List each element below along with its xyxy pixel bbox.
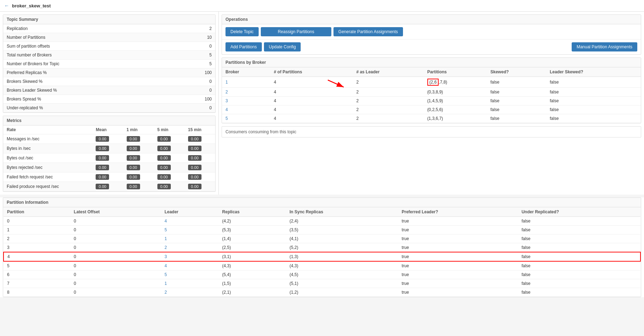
partition-latest-offset: 0: [70, 261, 161, 270]
topic-summary-header: Topic Summary: [3, 15, 215, 24]
partition-leader: 1: [161, 279, 218, 288]
broker-col-leader-skewed: Leader Skewed?: [546, 67, 641, 77]
partition-replicas: (4,3): [219, 261, 286, 270]
metric-15min: 0.00: [185, 163, 215, 172]
metrics-col-5min: 5 min: [154, 126, 185, 134]
partition-col-leader: Leader: [161, 207, 218, 217]
partition-col-replicas: Replicas: [219, 207, 286, 217]
partition-latest-offset: 0: [70, 217, 161, 226]
partition-table: Partition Latest Offset Leader Replicas …: [3, 207, 641, 297]
metric-5min: 0.00: [154, 163, 185, 172]
operations-buttons-row1: Delete Topic Reassign Partitions Generat…: [222, 24, 641, 39]
partition-replicas: (3,1): [219, 252, 286, 261]
partition-row: 4 0 3 (3,1) (1,3) true false: [4, 252, 640, 261]
partition-leader: 5: [161, 270, 218, 279]
back-button[interactable]: ←: [4, 3, 9, 8]
partition-leader-link[interactable]: 5: [164, 227, 167, 232]
partition-in-sync: (4,5): [286, 270, 398, 279]
partition-in-sync: (4,1): [286, 234, 398, 243]
partition-num: 1: [4, 226, 70, 234]
partition-leader-link[interactable]: 1: [164, 236, 167, 241]
top-bar: ← broker_skew_test: [0, 0, 644, 12]
metric-5min: 0.00: [154, 153, 185, 163]
broker-leader-skewed: false: [546, 88, 641, 97]
partition-pref-leader: true: [398, 243, 518, 252]
partition-latest-offset: 0: [70, 288, 161, 297]
broker-link[interactable]: 1: [225, 80, 228, 85]
broker-link[interactable]: 2: [225, 90, 228, 94]
partition-leader-link[interactable]: 4: [164, 263, 167, 268]
partition-leader-link[interactable]: 5: [164, 272, 167, 277]
partition-col-under-rep: Under Replicated?: [518, 207, 640, 217]
partition-leader: 4: [161, 261, 218, 270]
broker-col-broker: Broker: [222, 67, 270, 77]
broker-row: 5 4 2 (1,3,6,7) false false: [222, 114, 641, 123]
broker-table-wrapper: Broker # of Partitions # as Leader Parti…: [222, 67, 641, 123]
broker-col-skewed: Skewed?: [487, 67, 546, 77]
partition-leader-link[interactable]: 2: [164, 290, 167, 295]
metric-15min: 0.00: [185, 144, 215, 153]
partition-leader-link[interactable]: 3: [164, 254, 167, 259]
metric-mean: 0.00: [92, 134, 123, 144]
topic-title: broker_skew_test: [12, 3, 51, 8]
partition-col-in-sync: In Sync Replicas: [286, 207, 398, 217]
broker-partitions: (1,4,5,9): [424, 97, 487, 105]
partition-leader-link[interactable]: 2: [164, 245, 167, 250]
partition-under-rep: false: [518, 270, 640, 279]
summary-label: Number of Brokers for Topic: [3, 60, 175, 68]
update-config-button[interactable]: Update Config: [264, 42, 301, 51]
partition-info-section: Partition Information Partition Latest O…: [0, 197, 644, 297]
partition-num: 2: [4, 234, 70, 243]
partition-replicas: (1,5): [219, 279, 286, 288]
summary-label: Total number of Brokers: [3, 51, 175, 60]
broker-as-leader: 2: [353, 77, 424, 88]
delete-topic-button[interactable]: Delete Topic: [225, 27, 259, 36]
partition-col-latest-offset: Latest Offset: [70, 207, 161, 217]
broker-link[interactable]: 3: [225, 98, 228, 103]
broker-as-leader: 2: [353, 105, 424, 114]
broker-col-as-leader: # as Leader: [353, 67, 424, 77]
metric-1min: 0.00: [123, 144, 154, 153]
summary-label: Brokers Spread %: [3, 95, 175, 104]
reassign-partitions-button[interactable]: Reassign Partitions: [261, 27, 331, 36]
metric-1min: 0.00: [123, 153, 154, 163]
generate-partition-assignments-button[interactable]: Generate Partition Assignments: [333, 27, 403, 36]
partition-under-rep: false: [518, 226, 640, 234]
manual-partition-assignments-button[interactable]: Manual Partition Assignments: [572, 42, 637, 51]
metric-5min: 0.00: [154, 134, 185, 144]
broker-link[interactable]: 5: [225, 116, 228, 121]
partition-replicas: (2,1): [219, 288, 286, 297]
partition-row: 0 0 4 (4,2) (2,4) true false: [4, 217, 640, 226]
partition-in-sync: (3,5): [286, 226, 398, 234]
add-partitions-button[interactable]: Add Partitions: [225, 42, 262, 51]
partition-leader: 3: [161, 252, 218, 261]
summary-value: 100: [175, 95, 215, 104]
broker-num-partitions: 4: [270, 97, 353, 105]
partition-leader-link[interactable]: 4: [164, 219, 167, 224]
topic-summary-row: Number of Partitions10: [3, 33, 215, 42]
broker-partitions: (0,3,8,9): [424, 88, 487, 97]
partition-leader: 5: [161, 226, 218, 234]
partition-replicas: (2,5): [219, 243, 286, 252]
broker-num-partitions: 4: [270, 88, 353, 97]
summary-label: Replication: [3, 24, 175, 33]
metric-15min: 0.00: [185, 182, 215, 191]
metric-15min: 0.00: [185, 134, 215, 144]
topic-summary-row: Brokers Leader Skewed %0: [3, 86, 215, 95]
broker-id: 5: [222, 114, 270, 123]
partition-leader-link[interactable]: 1: [164, 281, 167, 286]
partition-latest-offset: 0: [70, 279, 161, 288]
broker-col-partitions: Partitions: [424, 67, 487, 77]
partition-pref-leader: true: [398, 270, 518, 279]
summary-value: 0: [175, 86, 215, 95]
partition-info-inner: Partition Information Partition Latest O…: [3, 197, 641, 297]
partition-under-rep: false: [518, 252, 640, 261]
partition-row: 6 0 5 (5,4) (4,5) true false: [4, 270, 640, 279]
partition-row: 8 0 2 (2,1) (1,2) true false: [4, 288, 640, 297]
partition-in-sync: (4,3): [286, 261, 398, 270]
consumers-label: Consumers consuming from this topic: [225, 129, 296, 134]
partition-num: 7: [4, 279, 70, 288]
partition-latest-offset: 0: [70, 252, 161, 261]
partition-row: 3 0 2 (2,5) (5,2) true false: [4, 243, 640, 252]
broker-link[interactable]: 4: [225, 107, 228, 112]
